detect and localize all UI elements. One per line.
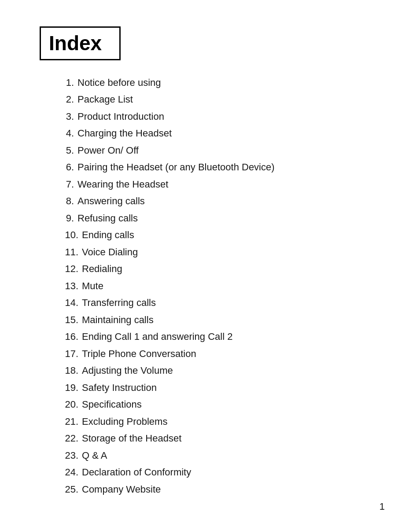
item-text: Q & A <box>82 450 107 461</box>
item-text: Ending calls <box>82 229 134 240</box>
item-number: 4. <box>62 125 74 142</box>
list-item: 18.Adjusting the Volume <box>62 362 385 379</box>
item-number: 16. <box>62 328 78 346</box>
list-item: 9.Refusing calls <box>62 210 385 227</box>
item-text: Storage of the Headset <box>82 433 181 444</box>
list-item: 5.Power On/ Off <box>62 142 385 159</box>
item-number: 10. <box>62 227 78 244</box>
item-text: Redialing <box>82 263 122 274</box>
page-title: Index <box>49 32 102 55</box>
list-item: 19.Safety Instruction <box>62 379 385 397</box>
item-number: 17. <box>62 346 78 363</box>
item-text: Ending Call 1 and answering Call 2 <box>82 331 232 342</box>
item-text: Mute <box>82 280 103 291</box>
list-item: 8.Answering calls <box>62 193 385 210</box>
item-text: Product Introduction <box>77 111 164 122</box>
item-text: Transferring calls <box>82 297 156 308</box>
item-number: 19. <box>62 379 78 397</box>
item-text: Refusing calls <box>77 213 138 224</box>
item-number: 7. <box>62 176 74 193</box>
item-number: 25. <box>62 481 78 498</box>
item-text: Excluding Problems <box>82 416 167 427</box>
list-item: 12.Redialing <box>62 261 385 278</box>
item-text: Wearing the Headset <box>77 179 168 190</box>
list-item: 7.Wearing the Headset <box>62 176 385 193</box>
list-item: 16.Ending Call 1 and answering Call 2 <box>62 328 385 346</box>
list-item: 14.Transferring calls <box>62 294 385 312</box>
item-number: 20. <box>62 396 78 413</box>
list-item: 22.Storage of the Headset <box>62 430 385 447</box>
list-item: 2.Package List <box>62 91 385 108</box>
item-text: Package List <box>77 94 133 105</box>
item-text: Notice before using <box>77 77 161 88</box>
item-number: 15. <box>62 312 78 329</box>
item-number: 12. <box>62 261 78 278</box>
item-number: 18. <box>62 362 78 379</box>
list-item: 15.Maintaining calls <box>62 312 385 329</box>
list-item: 13.Mute <box>62 278 385 295</box>
item-text: Maintaining calls <box>82 314 154 325</box>
item-text: Specifications <box>82 399 142 410</box>
item-text: Safety Instruction <box>82 382 157 393</box>
list-item: 10.Ending calls <box>62 227 385 244</box>
item-text: Charging the Headset <box>77 128 172 139</box>
page-container: Index 1.Notice before using2.Package Lis… <box>0 0 420 530</box>
item-number: 24. <box>62 464 78 481</box>
title-box: Index <box>40 26 121 60</box>
item-number: 6. <box>62 159 74 176</box>
list-item: 21.Excluding Problems <box>62 413 385 431</box>
item-text: Power On/ Off <box>77 145 139 156</box>
item-number: 5. <box>62 142 74 159</box>
item-number: 21. <box>62 413 78 431</box>
list-item: 17.Triple Phone Conversation <box>62 346 385 363</box>
item-number: 13. <box>62 278 78 295</box>
item-number: 1. <box>62 74 74 92</box>
item-number: 2. <box>62 91 74 108</box>
list-item: 23.Q & A <box>62 447 385 464</box>
item-text: Company Website <box>82 484 161 495</box>
item-text: Answering calls <box>77 195 145 206</box>
item-number: 3. <box>62 108 74 125</box>
item-number: 11. <box>62 244 78 261</box>
list-item: 11.Voice Dialing <box>62 244 385 261</box>
item-number: 14. <box>62 294 78 312</box>
item-number: 22. <box>62 430 78 447</box>
item-number: 9. <box>62 210 74 227</box>
page-number: 1 <box>379 501 385 512</box>
list-item: 20.Specifications <box>62 396 385 413</box>
list-item: 25.Company Website <box>62 481 385 498</box>
item-text: Declaration of Conformity <box>82 467 191 478</box>
item-number: 8. <box>62 193 74 210</box>
item-text: Pairing the Headset (or any Bluetooth De… <box>77 162 275 173</box>
index-list: 1.Notice before using2.Package List3.Pro… <box>62 74 385 498</box>
item-number: 23. <box>62 447 78 464</box>
list-item: 1.Notice before using <box>62 74 385 92</box>
item-text: Adjusting the Volume <box>82 365 173 376</box>
list-item: 3.Product Introduction <box>62 108 385 125</box>
list-item: 4.Charging the Headset <box>62 125 385 142</box>
list-item: 6.Pairing the Headset (or any Bluetooth … <box>62 159 385 176</box>
item-text: Voice Dialing <box>82 247 138 258</box>
item-text: Triple Phone Conversation <box>82 348 196 359</box>
list-item: 24.Declaration of Conformity <box>62 464 385 481</box>
